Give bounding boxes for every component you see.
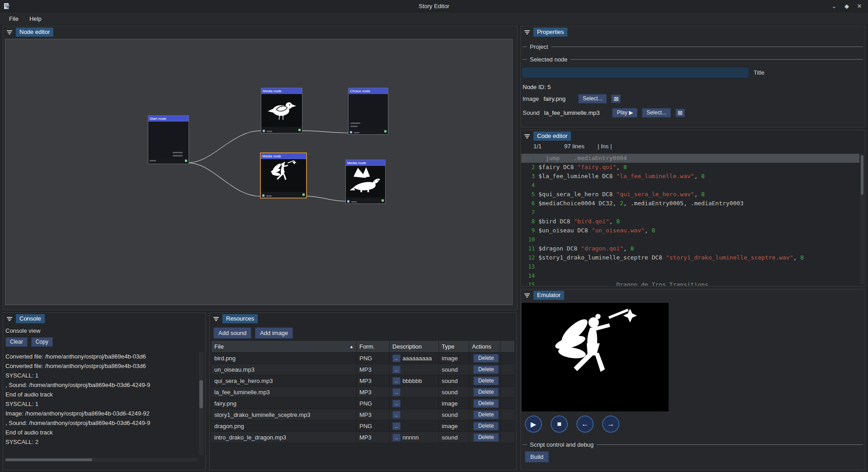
node-title: Media node bbox=[346, 160, 385, 166]
scrollbar-thumb[interactable] bbox=[5, 458, 92, 461]
step-back-button[interactable]: ← bbox=[576, 415, 594, 433]
delete-button[interactable]: Delete bbox=[473, 388, 499, 396]
column-file[interactable]: File ▲ bbox=[212, 341, 357, 352]
node-media-fairy[interactable]: Media node bbox=[260, 152, 307, 198]
line-number: 1 bbox=[521, 154, 538, 163]
node-port[interactable] bbox=[347, 200, 349, 203]
edit-description-button[interactable]: .. bbox=[392, 422, 401, 430]
resource-format: MP3 bbox=[357, 364, 390, 375]
scrollbar-thumb[interactable] bbox=[199, 380, 203, 408]
node-footer bbox=[261, 192, 306, 198]
resource-row[interactable]: un_oiseau.mp3MP3..soundDelete bbox=[212, 364, 514, 375]
node-port[interactable] bbox=[262, 194, 264, 197]
resource-description: .. bbox=[390, 364, 439, 375]
edit-description-button[interactable]: .. bbox=[392, 366, 401, 373]
console-copy-button[interactable]: Copy bbox=[31, 337, 53, 347]
edit-description-button[interactable]: .. bbox=[392, 400, 401, 407]
node-port-labels bbox=[173, 152, 184, 156]
edit-description-button[interactable]: .. bbox=[392, 411, 401, 419]
node-media-bird[interactable]: Media node bbox=[261, 88, 302, 133]
collapse-icon[interactable] bbox=[524, 29, 530, 35]
bird-image bbox=[261, 94, 302, 127]
sound-clear-button[interactable]: ⊠ bbox=[675, 109, 685, 117]
console-horizontal-scrollbar[interactable] bbox=[5, 458, 197, 462]
node-port[interactable] bbox=[263, 130, 265, 132]
collapse-icon[interactable] bbox=[6, 316, 13, 322]
edit-description-button[interactable]: .. bbox=[392, 434, 401, 441]
collapse-icon[interactable] bbox=[524, 292, 530, 298]
console-clear-button[interactable]: Clear bbox=[5, 337, 28, 347]
close-button[interactable]: ✕ bbox=[856, 3, 863, 9]
node-editor-header: Node editor bbox=[3, 26, 517, 38]
node-title-input[interactable] bbox=[522, 67, 749, 78]
console-lines[interactable]: Converted file: /home/anthony/ostproj/ba… bbox=[5, 352, 197, 455]
delete-button[interactable]: Delete bbox=[473, 411, 499, 419]
stop-button[interactable]: ■ bbox=[551, 415, 568, 433]
menu-file[interactable]: File bbox=[5, 14, 23, 24]
scrollbar-thumb[interactable] bbox=[861, 155, 863, 195]
node-port[interactable] bbox=[350, 131, 352, 133]
resource-row[interactable]: intro_drako_le_dragon.mp3MP3..nnnnnsound… bbox=[212, 432, 514, 443]
window-controls: ⌄ ◆ ✕ bbox=[831, 3, 868, 9]
line-number: 9 bbox=[521, 226, 538, 235]
add-image-button[interactable]: Add image bbox=[255, 327, 293, 339]
line-number: 14 bbox=[521, 271, 538, 280]
column-description[interactable]: Description bbox=[390, 341, 439, 352]
line-number: 13 bbox=[521, 262, 538, 271]
sound-select-button[interactable]: Select... bbox=[642, 108, 670, 118]
resources-body: bird.pngPNG..aaaaaaaaaimageDeleteun_oise… bbox=[212, 353, 514, 443]
delete-button[interactable]: Delete bbox=[473, 365, 499, 374]
collapse-icon[interactable] bbox=[524, 133, 530, 139]
play-button[interactable]: ▶ bbox=[525, 415, 542, 433]
resource-row[interactable]: la_fee_luminelle.mp3MP3..soundDelete bbox=[212, 387, 514, 398]
node-media-dragon[interactable]: Media node bbox=[345, 160, 386, 204]
collapse-icon[interactable] bbox=[213, 316, 219, 322]
edit-description-button[interactable]: .. bbox=[392, 354, 401, 362]
build-button[interactable]: Build bbox=[525, 451, 549, 463]
code-vertical-scrollbar[interactable] bbox=[860, 154, 864, 284]
console-title: Console bbox=[16, 314, 45, 323]
step-forward-button[interactable]: → bbox=[602, 415, 619, 433]
node-port[interactable] bbox=[384, 130, 387, 132]
column-type[interactable]: Type bbox=[439, 341, 469, 352]
node-port[interactable] bbox=[298, 129, 301, 131]
console-header: Console bbox=[3, 313, 205, 325]
delete-button[interactable]: Delete bbox=[473, 354, 499, 363]
row-filler bbox=[500, 432, 514, 443]
image-label: Image bbox=[523, 95, 539, 102]
resource-row[interactable]: fairy.pngPNG..imageDelete bbox=[212, 398, 514, 409]
resource-row[interactable]: story1_drako_luminelle_sceptre.mp3MP3..s… bbox=[212, 409, 514, 420]
delete-button[interactable]: Delete bbox=[473, 422, 499, 430]
edit-description-button[interactable]: .. bbox=[392, 377, 401, 385]
node-port[interactable] bbox=[302, 194, 305, 196]
column-actions[interactable]: Actions bbox=[469, 341, 500, 352]
node-port[interactable] bbox=[185, 160, 187, 162]
node-wires bbox=[5, 39, 512, 305]
node-start[interactable]: Start node bbox=[148, 115, 189, 164]
maximize-button[interactable]: ◆ bbox=[844, 3, 850, 9]
delete-button[interactable]: Delete bbox=[473, 399, 499, 408]
code-lines[interactable]: 1 jump .mediaEntry00042$fairy DC8 "fairy… bbox=[521, 154, 859, 286]
menu-help[interactable]: Help bbox=[25, 14, 46, 24]
column-format[interactable]: Form. bbox=[357, 341, 390, 352]
collapse-icon[interactable] bbox=[6, 29, 13, 35]
node-canvas[interactable]: Start node Media node bbox=[5, 39, 513, 305]
resource-type: image bbox=[439, 353, 469, 363]
delete-button[interactable]: Delete bbox=[473, 377, 499, 385]
delete-button[interactable]: Delete bbox=[473, 433, 499, 442]
node-editor-title: Node editor bbox=[16, 28, 53, 37]
resource-row[interactable]: bird.pngPNG..aaaaaaaaaimageDelete bbox=[212, 353, 514, 364]
sound-play-button[interactable]: Play ▶ bbox=[612, 108, 637, 118]
script-control-section-label: Script control and debug bbox=[523, 441, 863, 448]
resource-row[interactable]: dragon.pngPNG..imageDelete bbox=[212, 420, 514, 432]
edit-description-button[interactable]: .. bbox=[392, 388, 401, 396]
node-port[interactable] bbox=[382, 199, 384, 202]
image-clear-button[interactable]: ⊠ bbox=[611, 94, 621, 103]
resource-row[interactable]: qui_sera_le_hero.mp3MP3..bbbbbbsoundDele… bbox=[212, 375, 514, 387]
add-sound-button[interactable]: Add sound bbox=[213, 327, 251, 339]
shade-button[interactable]: ⌄ bbox=[831, 3, 837, 9]
image-select-button[interactable]: Select... bbox=[578, 94, 607, 104]
console-vertical-scrollbar[interactable] bbox=[199, 352, 203, 455]
node-choice[interactable]: Choice node bbox=[348, 88, 388, 135]
node-id-label: Node ID: 5 bbox=[523, 84, 551, 90]
